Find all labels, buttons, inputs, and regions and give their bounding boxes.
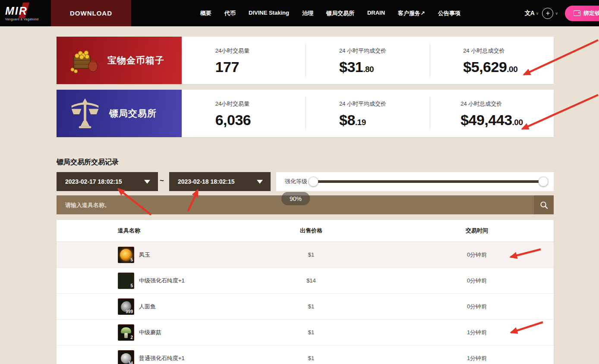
stat-24h-average-price: 24 小时平均成交价 $31.80 [306,37,429,84]
dropdown-arrow-icon [144,180,150,184]
slider-tooltip: 90% [281,192,310,205]
slider-handle-min[interactable] [309,177,318,187]
search-icon [540,201,548,209]
item-count-badge: 999 [126,309,133,314]
item-name: 普通强化石纯度+1 [139,355,185,362]
stat-value-decimal: .19 [355,118,366,127]
wallet-icon [574,10,580,16]
stats-row: 24小时交易量 177 24 小时平均成交价 $31.80 24 小时总成交价 … [182,37,554,84]
nav-item-overview[interactable]: 概要 [200,9,211,17]
mir-logo[interactable]: MIR Vanguard & Vagabond [0,0,51,26]
stat-label: 24小时交易量 [215,100,272,108]
item-price: $1 [259,355,363,361]
plus-circle-icon: + [542,8,553,19]
item-icon: 2 [118,324,134,341]
exchange-banner[interactable]: 镖局交易所 [57,90,182,137]
item-count-badge: 5 [130,257,133,263]
nav-right-group: 文A ∨ + ∨ 绑定钱包 [525,6,599,21]
date-from-dropdown[interactable]: 2023-02-17 18:02:15 [57,172,158,191]
item-price: $1 [259,329,363,336]
table-row[interactable]: 999 人面鱼 $1 0分钟前 [57,293,554,319]
item-icon: 999 [118,298,134,315]
item-icon: 5 [118,273,134,289]
item-price: $1 [259,303,363,310]
balance-scale-icon [69,97,101,129]
trade-time: 0分钟前 [363,277,554,285]
stats-row: 24小时交易量 6,036 24 小时平均成交价 $8.19 24 小时总成交价… [182,90,554,137]
stat-value: $8 [339,112,355,128]
stat-24h-total-price: 24 小时总成交价 $5,629.00 [430,37,554,84]
nav-item-announcements[interactable]: 公告事项 [438,9,460,17]
top-navigation-bar: MIR Vanguard & Vagabond DOWNLOAD 概要 代币 D… [0,0,599,26]
item-name: 人面鱼 [139,303,156,311]
mir-logo-text: MIR [5,6,28,16]
item-name: 中级强化石纯度+1 [139,277,185,285]
nav-item-token[interactable]: 代币 [224,9,236,17]
nav-item-customer-service[interactable]: 客户服务↗ [398,9,425,17]
treasure-chest-stats-card: 宝物金币箱子 24小时交易量 177 24 小时平均成交价 $31.80 24 … [57,37,554,84]
card-title: 宝物金币箱子 [107,54,164,66]
stat-value-decimal: .00 [512,118,523,127]
chevron-down-icon: ∨ [555,11,558,16]
table-row[interactable]: 5 中级强化石纯度+1 $14 0分钟前 [57,267,554,293]
header-trade-time: 交易时间 [363,227,554,235]
table-row[interactable]: 34 普通强化石纯度+1 $1 1分钟前 [57,345,554,364]
stat-24h-average-price: 24 小时平均成交价 $8.19 [306,90,429,137]
language-icon: 文A [525,9,534,17]
stat-label: 24 小时总成交价 [460,100,523,108]
stat-label: 24 小时平均成交价 [339,100,396,108]
stat-value-decimal: .80 [363,65,374,74]
search-button[interactable] [534,195,554,214]
exchange-stats-card: 镖局交易所 24小时交易量 6,036 24 小时平均成交价 $8.19 24 … [57,90,554,137]
table-row[interactable]: 5 凤玉 $1 0分钟前 [57,242,554,267]
item-count-badge: 2 [130,335,133,340]
language-selector[interactable]: 文A ∨ [525,9,539,17]
stat-value: $31 [339,59,363,75]
card-title: 镖局交易所 [109,107,157,119]
mir-logo-subtitle: Vanguard & Vagabond [5,18,51,21]
item-price: $1 [259,251,363,258]
nav-item-divine-staking[interactable]: DIVINE Staking [249,9,289,17]
trade-records-table: 道具名称 出售价格 交易时间 5 凤玉 $1 0分钟前 5 中级强化石纯度+1 … [57,220,554,364]
enhance-level-filter-panel: 强化等级 [276,172,554,191]
trade-time: 1分钟前 [363,329,554,336]
item-icon: 34 [118,350,134,364]
trade-time: 1分钟前 [363,355,554,362]
date-range-separator: ~ [160,176,164,185]
bind-wallet-label: 绑定钱包 [583,9,599,17]
treasure-chest-banner[interactable]: 宝物金币箱子 [57,37,182,84]
stat-label: 24小时交易量 [215,47,272,55]
stat-24h-volume: 24小时交易量 6,036 [182,90,306,137]
trade-time: 0分钟前 [363,303,554,311]
item-icon: 5 [118,247,134,263]
nav-item-governance[interactable]: 治理 [302,9,313,17]
stat-value: 6,036 [215,112,251,128]
item-count-badge: 34 [128,361,133,364]
stat-24h-volume: 24小时交易量 177 [182,37,306,84]
stat-value: $49,443 [460,112,512,128]
date-to-value: 2023-02-18 18:02:15 [178,178,235,185]
date-to-dropdown[interactable]: 2023-02-18 18:02:15 [169,172,271,191]
stat-value: 177 [215,59,239,75]
enhance-level-slider[interactable] [313,180,543,183]
nav-item-exchange[interactable]: 镖局交易所 [326,9,354,17]
chevron-down-icon: ∨ [536,11,539,16]
date-from-value: 2023-02-17 18:02:15 [65,178,122,185]
table-row[interactable]: 2 中级蘑菇 $1 1分钟前 [57,319,554,345]
stat-24h-total-price: 24 小时总成交价 $49,443.00 [430,90,554,137]
add-menu[interactable]: + ∨ [542,8,558,19]
slider-handle-max[interactable] [539,177,549,187]
treasure-chest-icon [69,47,100,74]
stat-value-decimal: .00 [507,65,517,74]
item-name: 凤玉 [139,251,150,259]
section-title: 镖局交易所交易记录 [57,158,119,167]
header-item-name: 道具名称 [57,227,259,235]
main-menu: 概要 代币 DIVINE Staking 治理 镖局交易所 DRAIN 客户服务… [200,9,460,17]
item-price: $14 [259,277,363,284]
bind-wallet-button[interactable]: 绑定钱包 [565,6,599,21]
download-button[interactable]: DOWNLOAD [51,0,131,26]
stat-label: 24 小时平均成交价 [339,47,396,55]
item-count-badge: 5 [130,283,133,289]
nav-item-drain[interactable]: DRAIN [367,9,385,17]
enhance-level-label: 强化等级 [285,178,307,185]
